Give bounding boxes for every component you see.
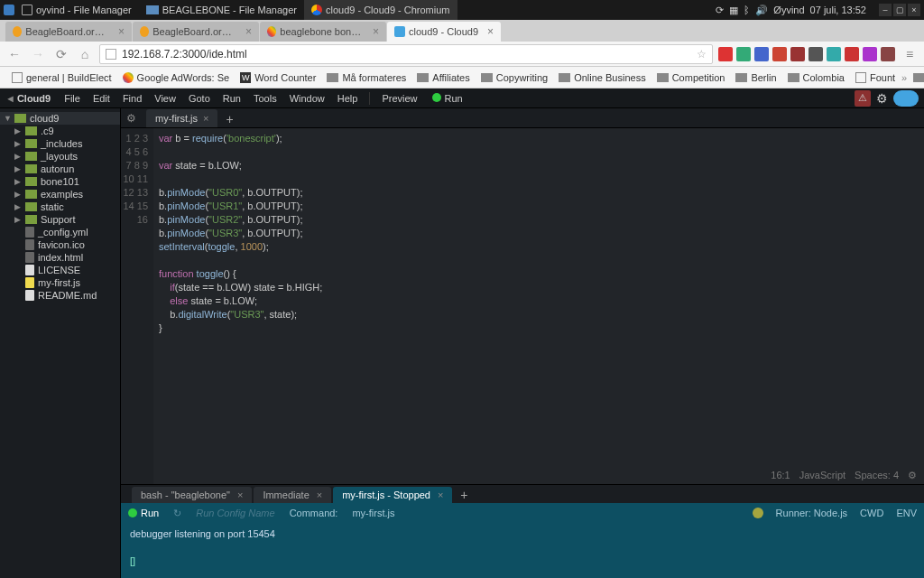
tree-item[interactable]: my-first.js xyxy=(0,276,120,289)
ext-icon[interactable] xyxy=(863,47,877,61)
console-tab[interactable]: my-first.js - Stopped× xyxy=(333,487,452,503)
volume-icon[interactable]: 🔊 xyxy=(755,5,768,16)
other-bookmarks[interactable]: Other bookmarks xyxy=(909,72,924,83)
menu-window[interactable]: Window xyxy=(283,93,331,104)
menu-find[interactable]: Find xyxy=(116,93,148,104)
chevron-icon[interactable]: ▶ xyxy=(14,139,22,148)
chevron-icon[interactable]: ▶ xyxy=(14,152,22,161)
bookmark-item[interactable]: WWord Counter xyxy=(236,72,320,83)
tab-close-icon[interactable]: × xyxy=(118,25,125,38)
updates-icon[interactable]: ⟳ xyxy=(716,5,724,16)
restart-icon[interactable]: ↻ xyxy=(173,508,181,519)
tree-item[interactable]: favicon.ico xyxy=(0,238,120,251)
menu-run[interactable]: Run xyxy=(217,93,247,104)
bookmark-overflow-icon[interactable]: » xyxy=(901,72,907,83)
browser-menu-icon[interactable]: ≡ xyxy=(901,45,919,63)
language-mode[interactable]: JavaScript xyxy=(799,469,845,482)
cwd-button[interactable]: CWD xyxy=(860,508,883,518)
tree-item[interactable]: index.html xyxy=(0,251,120,264)
chevron-icon[interactable]: ▶ xyxy=(14,177,22,186)
ext-icon[interactable] xyxy=(808,47,823,61)
alert-icon[interactable]: ⚠ xyxy=(855,90,871,107)
chevron-icon[interactable]: ▶ xyxy=(14,190,22,199)
run-config-input[interactable]: Run Config Name xyxy=(196,508,274,518)
indent-mode[interactable]: Spaces: 4 xyxy=(855,469,899,482)
tab-close-icon[interactable]: × xyxy=(438,489,443,500)
chevron-icon[interactable]: ▼ xyxy=(4,114,11,123)
tab-menu-icon[interactable]: ⚙ xyxy=(126,112,136,125)
forward-button[interactable]: → xyxy=(29,45,47,63)
chevron-icon[interactable]: ▶ xyxy=(14,202,22,211)
preview-button[interactable]: Preview xyxy=(375,93,423,104)
menu-view[interactable]: View xyxy=(148,93,182,104)
ext-icon[interactable] xyxy=(772,47,787,61)
bookmark-item[interactable]: Online Business xyxy=(554,72,651,83)
tab-close-icon[interactable]: × xyxy=(203,113,208,124)
bookmark-item[interactable]: Må formateres xyxy=(322,72,411,83)
menu-help[interactable]: Help xyxy=(331,93,365,104)
tree-item[interactable]: README.md xyxy=(0,289,120,302)
menu-edit[interactable]: Edit xyxy=(87,93,116,104)
debug-icon[interactable] xyxy=(753,508,763,518)
tree-item[interactable]: LICENSE xyxy=(0,264,120,276)
console-output[interactable]: debugger listening on port 15454 [] xyxy=(121,523,924,578)
code-editor[interactable]: 1 2 3 4 5 6 7 8 9 10 11 12 13 14 15 16 v… xyxy=(121,128,924,484)
chevron-icon[interactable]: ▶ xyxy=(14,126,22,135)
chevron-icon[interactable]: ▶ xyxy=(14,215,22,224)
window-maximize-icon[interactable]: ▢ xyxy=(893,4,906,16)
menu-file[interactable]: File xyxy=(58,93,87,104)
network-icon[interactable]: ▦ xyxy=(729,5,738,16)
new-console-tab-button[interactable]: + xyxy=(456,487,472,503)
back-button[interactable]: ← xyxy=(5,45,23,63)
ide-logo[interactable]: Cloud9 xyxy=(17,93,56,104)
tree-item[interactable]: ▶_layouts xyxy=(0,150,120,163)
code-content[interactable]: var b = require('bonescript'); var state… xyxy=(153,128,924,484)
bookmark-item[interactable]: Competition xyxy=(652,72,730,83)
tree-item[interactable]: ▶bone101 xyxy=(0,175,120,188)
reload-button[interactable]: ⟳ xyxy=(52,45,70,63)
tab-close-icon[interactable]: × xyxy=(245,25,252,38)
settings-icon[interactable]: ⚙ xyxy=(876,91,888,106)
tree-item[interactable]: ▼cloud9 xyxy=(0,112,120,125)
ext-icon[interactable] xyxy=(827,47,841,61)
tree-item[interactable]: ▶.c9 xyxy=(0,125,120,137)
bookmark-item[interactable]: Google AdWords: Se xyxy=(118,72,235,83)
ext-icon[interactable] xyxy=(736,47,751,61)
bookmark-item[interactable]: Copywriting xyxy=(476,72,552,83)
tab-close-icon[interactable]: × xyxy=(317,489,322,500)
cloud-icon[interactable] xyxy=(893,90,919,107)
env-button[interactable]: ENV xyxy=(896,508,917,518)
bookmark-item[interactable]: Berlin xyxy=(731,72,781,83)
ext-icon[interactable] xyxy=(754,47,769,61)
ext-icon[interactable] xyxy=(845,47,859,61)
tree-item[interactable]: ▶_includes xyxy=(0,137,120,150)
chevron-icon[interactable]: ▶ xyxy=(14,164,22,173)
ext-icon[interactable] xyxy=(790,47,805,61)
tree-item[interactable]: ▶Support xyxy=(0,213,120,226)
command-value[interactable]: my-first.js xyxy=(352,508,394,518)
browser-tab[interactable]: cloud9 - Cloud9× xyxy=(387,22,501,42)
runner-label[interactable]: Runner: Node.js xyxy=(776,508,848,518)
taskbar-item[interactable]: BEAGLEBONE - File Manager xyxy=(139,0,304,20)
tab-close-icon[interactable]: × xyxy=(373,25,379,38)
user-label[interactable]: Øyvind xyxy=(773,5,804,15)
bookmark-item[interactable]: general | BuildElect xyxy=(7,72,116,83)
status-gear-icon[interactable]: ⚙ xyxy=(908,469,917,482)
console-tab[interactable]: bash - "beaglebone"× xyxy=(132,487,252,503)
new-tab-button[interactable]: + xyxy=(221,111,237,127)
window-minimize-icon[interactable]: – xyxy=(879,4,892,16)
clock-label[interactable]: 07 juli, 13:52 xyxy=(810,5,866,15)
console-tab[interactable]: Immediate× xyxy=(254,487,331,503)
tab-close-icon[interactable]: × xyxy=(237,489,243,500)
menu-goto[interactable]: Goto xyxy=(182,93,217,104)
collapse-icon[interactable]: ◄ xyxy=(5,93,15,104)
app-menu-icon[interactable] xyxy=(4,5,14,15)
bookmark-item[interactable]: Colombia xyxy=(783,72,849,83)
taskbar-item[interactable]: oyvind - File Manager xyxy=(14,0,139,20)
home-button[interactable]: ⌂ xyxy=(76,45,94,63)
address-bar[interactable]: 192.168.7.2:3000/ide.html ☆ xyxy=(99,44,713,64)
tree-item[interactable]: ▶autorun xyxy=(0,163,120,175)
ext-icon[interactable] xyxy=(881,47,895,61)
bookmark-item[interactable]: Fount xyxy=(851,72,900,83)
browser-tab[interactable]: BeagleBoard.org - get× xyxy=(5,22,132,42)
